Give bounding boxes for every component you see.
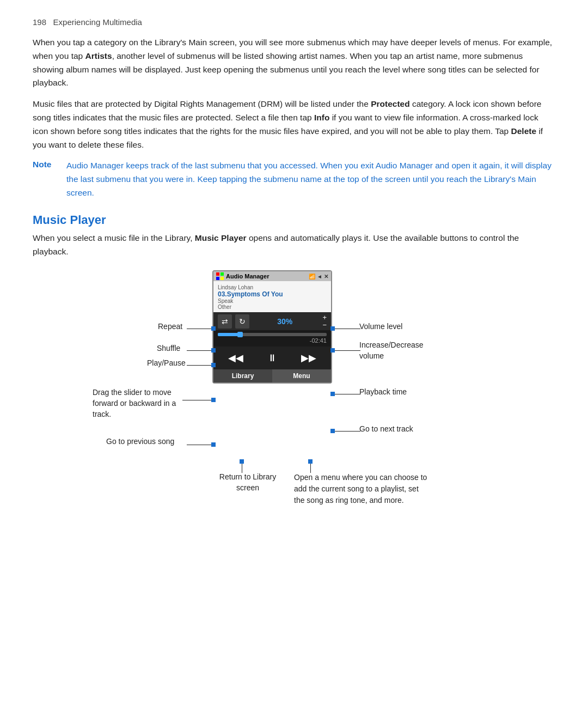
shuffle-line-h (187, 350, 214, 351)
pb-time-line (333, 394, 360, 394)
signal-icon: 📶 (309, 274, 315, 280)
page-number: 198 (33, 17, 46, 27)
bottom-bar: Library Menu (213, 369, 331, 382)
drag-slider-label: Drag the slider to move forward or backw… (93, 387, 180, 420)
return-lib-line-v (242, 462, 242, 473)
controls-inner: ⇄ ↻ 30% (218, 314, 317, 329)
repeat-dot (211, 326, 216, 331)
song-category: Other (218, 304, 327, 310)
shuffle-dot (211, 348, 216, 353)
svg-rect-0 (216, 272, 219, 276)
svg-rect-3 (220, 277, 224, 280)
volume-area: ⇄ ↻ 30% + − (213, 312, 331, 330)
close-icon[interactable]: ✕ (324, 274, 328, 280)
seek-thumb[interactable] (237, 332, 243, 337)
volume-down-button[interactable]: − (322, 321, 327, 329)
vol-level-dot (330, 326, 335, 331)
inc-dec-dot (330, 348, 335, 353)
volume-up-button[interactable]: + (322, 314, 327, 321)
return-lib-label: Return to Library screen (212, 472, 283, 493)
note-block: Note Audio Manager keeps track of the la… (33, 159, 555, 199)
volume-percent: 30% (253, 317, 317, 326)
menu-button[interactable]: Menu (272, 369, 331, 382)
note-text: Audio Manager keeps track of the last su… (66, 159, 555, 199)
paragraph-2: Music files that are protected by Digita… (33, 98, 555, 151)
titlebar-left: Audio Manager (216, 272, 269, 280)
drag-line-h (182, 400, 214, 400)
play-pause-dot (211, 363, 216, 367)
section-title: Music Player (33, 213, 555, 227)
drag-dot (211, 398, 216, 402)
svg-rect-1 (220, 272, 224, 276)
increase-decrease-label: Increase/Decrease volume (359, 340, 446, 361)
song-artist: Lindsay Lohan (218, 284, 327, 290)
chapter-title: Experiencing Multimedia (48, 17, 142, 27)
play-pause-line-h (187, 365, 214, 366)
diagram-wrapper: Audio Manager 📶 ◄ ✕ Lindsay Lohan 03.Sym… (82, 270, 506, 499)
repeat-line-h (187, 329, 214, 329)
open-menu-line-v (310, 462, 311, 473)
play-pause-label: Play/Pause (147, 359, 186, 367)
go-prev-label: Go to previous song (106, 436, 174, 447)
titlebar-right: 📶 ◄ ✕ (309, 274, 328, 280)
prev-track-button[interactable]: ◀◀ (226, 350, 246, 366)
volume-controls: + − (322, 314, 327, 329)
playback-time: -02:41 (218, 337, 327, 344)
go-prev-dot (211, 442, 216, 447)
library-button[interactable]: Library (213, 369, 272, 382)
go-next-label: Go to next track (359, 424, 413, 433)
open-menu-dot (308, 459, 313, 464)
seek-bar-fill (218, 333, 240, 336)
song-info: Lindsay Lohan 03.Symptoms Of You Speak O… (213, 281, 331, 312)
next-track-button[interactable]: ▶▶ (299, 350, 318, 366)
shuffle-label: Shuffle (157, 344, 180, 353)
volume-level-label: Volume level (359, 322, 402, 331)
seek-area: -02:41 (213, 330, 331, 347)
vol-level-line (333, 329, 360, 329)
diagram: Audio Manager 📶 ◄ ✕ Lindsay Lohan 03.Sym… (33, 270, 555, 499)
intro-paragraph: When you select a music file in the Libr… (33, 232, 555, 259)
inc-dec-line (333, 350, 360, 351)
volume-icon: ◄ (317, 274, 322, 280)
windows-logo-icon (216, 272, 224, 280)
pb-time-dot (330, 392, 335, 396)
svg-rect-2 (216, 277, 219, 280)
song-title-display: 03.Symptoms Of You (218, 290, 327, 298)
shuffle-button[interactable]: ⇄ (218, 314, 232, 329)
play-pause-button[interactable]: ⏸ (262, 350, 282, 366)
repeat-button[interactable]: ↻ (235, 314, 249, 329)
phone-mockup: Audio Manager 📶 ◄ ✕ Lindsay Lohan 03.Sym… (212, 270, 332, 384)
go-next-dot (330, 429, 335, 433)
page-header: 198 Experiencing Multimedia (33, 17, 555, 27)
go-next-line (333, 431, 360, 432)
transport-row: ◀◀ ⏸ ▶▶ (213, 347, 331, 369)
song-album: Speak (218, 298, 327, 304)
seek-bar[interactable] (218, 333, 327, 336)
note-label: Note (33, 159, 57, 199)
phone-titlebar: Audio Manager 📶 ◄ ✕ (213, 271, 331, 281)
go-prev-line-h (187, 445, 214, 445)
paragraph-1: When you tap a category on the Library's… (33, 36, 555, 90)
open-menu-label: Open a menu where you can choose to add … (294, 472, 430, 506)
repeat-label: Repeat (158, 322, 182, 331)
return-lib-dot (240, 459, 244, 464)
app-title: Audio Manager (226, 273, 269, 280)
playback-time-label: Playback time (359, 387, 407, 396)
